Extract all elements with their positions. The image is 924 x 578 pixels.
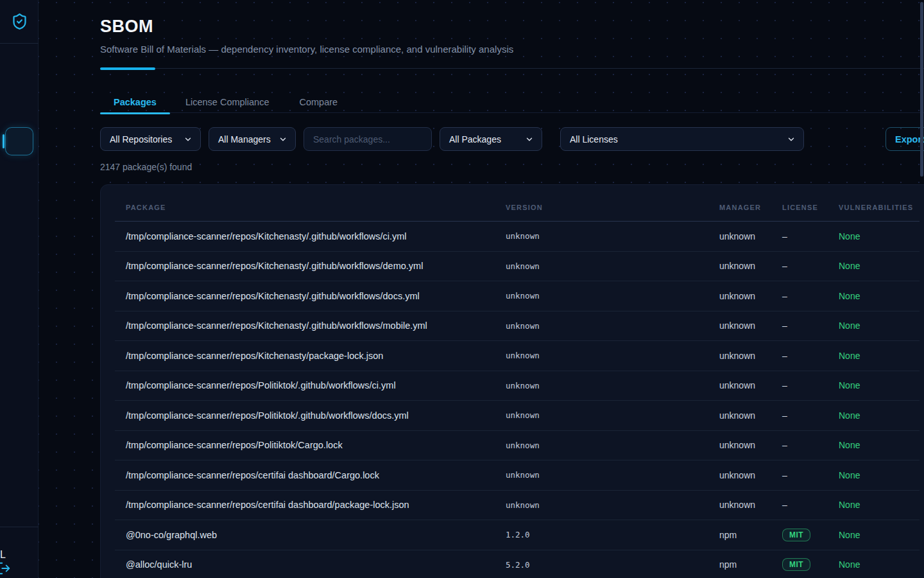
app-logo[interactable]: [0, 0, 38, 44]
cell-package: /tmp/compliance-scanner/repos/Politiktok…: [115, 410, 495, 421]
manager-filter-select[interactable]: All Managers: [209, 127, 296, 151]
cell-vulnerabilities: None: [828, 261, 920, 271]
cell-manager: unknown: [708, 410, 771, 421]
sidebar: L: [0, 0, 38, 578]
package-icon: [12, 134, 26, 148]
manager-filter-value: All Managers: [218, 134, 271, 144]
cell-manager: unknown: [708, 231, 771, 241]
cell-vulnerabilities: None: [828, 320, 920, 331]
table-row[interactable]: /tmp/compliance-scanner/repos/Kitchenast…: [115, 281, 920, 311]
main-content: SBOM Software Bill of Materials — depend…: [38, 0, 924, 578]
cell-license: –: [771, 470, 828, 480]
cell-license: MIT: [771, 529, 828, 541]
repository-filter-select[interactable]: All Repositories: [100, 127, 201, 151]
results-count: 2147 package(s) found: [100, 162, 192, 172]
tab-license-compliance[interactable]: License Compliance: [185, 91, 270, 113]
cell-license: –: [771, 231, 828, 241]
logout-button[interactable]: [0, 561, 11, 575]
cell-license: MIT: [771, 558, 828, 571]
cell-package: @0no-co/graphql.web: [115, 530, 495, 540]
license-value: –: [782, 231, 787, 241]
cell-package: /tmp/compliance-scanner/repos/Kitchenast…: [115, 351, 495, 361]
cell-manager: npm: [708, 559, 771, 570]
column-header-manager: Manager: [708, 204, 771, 211]
table-row[interactable]: @alloc/quick-lru 5.2.0 npm MIT None: [115, 550, 920, 578]
cell-version: unknown: [495, 410, 708, 420]
cell-version: unknown: [495, 441, 708, 450]
table-row[interactable]: /tmp/compliance-scanner/repos/Kitchenast…: [115, 252, 920, 282]
export-button[interactable]: Export: [886, 127, 924, 151]
cell-package: /tmp/compliance-scanner/repos/certifai d…: [115, 500, 495, 510]
page-title: SBOM: [100, 17, 153, 37]
shield-check-icon: [11, 13, 28, 30]
license-filter-value: All Licenses: [570, 134, 618, 144]
table-row[interactable]: /tmp/compliance-scanner/repos/Kitchenast…: [115, 341, 920, 371]
cell-version: unknown: [495, 231, 708, 241]
sidebar-item-repositories[interactable]: [6, 78, 32, 103]
chevron-down-icon: [787, 135, 796, 144]
cell-package: /tmp/compliance-scanner/repos/Kitchenast…: [115, 320, 495, 331]
table-row[interactable]: /tmp/compliance-scanner/repos/Politiktok…: [115, 401, 920, 431]
cell-package: /tmp/compliance-scanner/repos/Politiktok…: [115, 440, 495, 450]
cell-vulnerabilities: None: [828, 291, 920, 301]
folder-icon: [13, 84, 26, 97]
cell-version: 5.2.0: [495, 560, 708, 570]
cell-license: –: [771, 261, 828, 271]
cell-vulnerabilities: None: [828, 351, 920, 361]
license-value: MIT: [782, 529, 810, 541]
license-filter-select[interactable]: All Licenses: [560, 127, 804, 151]
sidebar-item-packages[interactable]: [5, 127, 33, 155]
cell-version: unknown: [495, 500, 708, 510]
search-input[interactable]: [304, 127, 432, 151]
cell-license: –: [771, 500, 828, 510]
cell-vulnerabilities: None: [828, 530, 920, 540]
table-row[interactable]: /tmp/compliance-scanner/repos/Kitchenast…: [115, 222, 920, 252]
sidebar-item-inventory[interactable]: [6, 153, 32, 179]
sidebar-item-settings[interactable]: [6, 206, 32, 231]
cell-vulnerabilities: None: [828, 231, 920, 241]
cell-manager: unknown: [708, 440, 771, 450]
cell-manager: npm: [708, 530, 771, 540]
sidebar-item-dashboard[interactable]: [6, 51, 32, 77]
cell-vulnerabilities: None: [828, 410, 920, 421]
bottom-left-label: L: [0, 549, 6, 561]
title-divider: [100, 68, 924, 69]
cell-version: unknown: [495, 291, 708, 301]
cell-vulnerabilities: None: [828, 559, 920, 570]
cell-version: 1.2.0: [495, 530, 708, 539]
table-row[interactable]: /tmp/compliance-scanner/repos/Politiktok…: [115, 371, 920, 401]
cell-license: –: [771, 410, 828, 421]
license-value: –: [782, 440, 787, 450]
repository-filter-value: All Repositories: [110, 134, 172, 144]
cell-manager: unknown: [708, 291, 771, 301]
cell-manager: unknown: [708, 380, 771, 390]
sidebar-item-vulnerabilities[interactable]: [6, 180, 32, 206]
table-row[interactable]: /tmp/compliance-scanner/repos/Kitchenast…: [115, 311, 920, 342]
tab-packages[interactable]: Packages: [100, 91, 170, 113]
cell-license: –: [771, 320, 828, 331]
table-row[interactable]: /tmp/compliance-scanner/repos/certifai d…: [115, 491, 920, 521]
cell-vulnerabilities: None: [828, 500, 920, 510]
sidebar-collapse-toggle[interactable]: [6, 525, 32, 550]
column-header-license: License: [771, 204, 828, 211]
tab-bar: Packages License Compliance Compare: [100, 91, 924, 113]
cell-manager: unknown: [708, 261, 771, 271]
table-header-row: Package Version Manager License Vulnerab…: [115, 194, 920, 222]
package-filter-select[interactable]: All Packages: [440, 127, 542, 151]
sidebar-item-docs[interactable]: [6, 499, 32, 525]
cell-package: @alloc/quick-lru: [115, 559, 495, 570]
table-row[interactable]: @0no-co/graphql.web 1.2.0 npm MIT None: [115, 520, 920, 550]
package-filter-value: All Packages: [449, 134, 501, 144]
license-value: –: [782, 470, 787, 480]
tab-compare[interactable]: Compare: [300, 91, 338, 113]
cell-vulnerabilities: None: [828, 440, 920, 450]
cell-vulnerabilities: None: [828, 470, 920, 480]
cell-license: –: [771, 380, 828, 390]
table-row[interactable]: /tmp/compliance-scanner/repos/certifai d…: [115, 460, 920, 491]
license-value: –: [782, 261, 787, 271]
license-value: –: [782, 410, 787, 421]
vertical-scrollbar-thumb[interactable]: [920, 2, 923, 177]
chevron-down-icon: [525, 135, 534, 144]
sidebar-item-security[interactable]: [6, 103, 32, 128]
table-row[interactable]: /tmp/compliance-scanner/repos/Politiktok…: [115, 431, 920, 461]
